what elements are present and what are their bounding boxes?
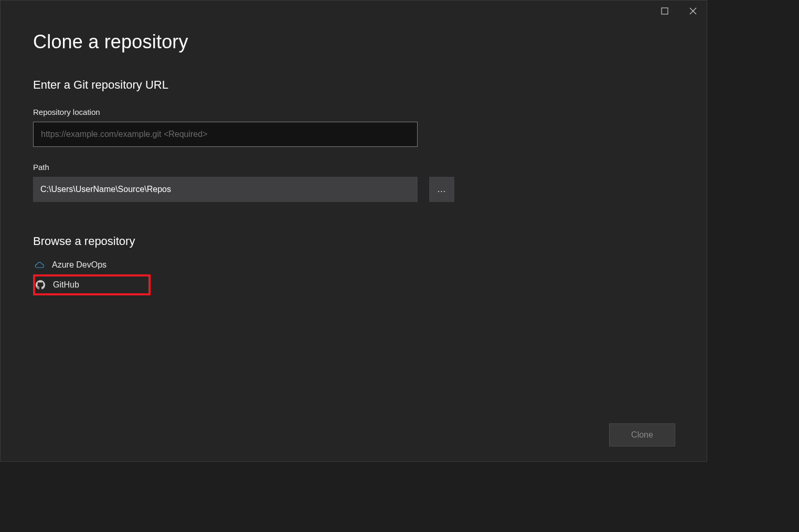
- browse-section-title: Browse a repository: [33, 235, 675, 248]
- cloud-icon: [34, 260, 45, 270]
- github-icon: [35, 280, 46, 290]
- browse-item-azure-devops[interactable]: Azure DevOps: [33, 256, 151, 274]
- browse-item-label: GitHub: [53, 280, 79, 290]
- maximize-button[interactable]: [660, 7, 669, 15]
- path-input[interactable]: [33, 177, 418, 202]
- title-bar: [1, 1, 707, 22]
- close-button[interactable]: [689, 7, 697, 15]
- repo-location-input[interactable]: [33, 122, 418, 147]
- browse-item-label: Azure DevOps: [52, 260, 106, 270]
- browse-path-button[interactable]: ...: [429, 177, 454, 202]
- svg-rect-0: [662, 8, 668, 14]
- dialog-window: Clone a repository Enter a Git repositor…: [0, 0, 707, 462]
- path-label: Path: [33, 163, 675, 172]
- browse-item-github[interactable]: GitHub: [33, 274, 151, 295]
- clone-button[interactable]: Clone: [609, 423, 675, 446]
- page-title: Clone a repository: [33, 31, 675, 53]
- browse-list: Azure DevOps GitHub: [33, 256, 675, 295]
- repo-location-label: Repository location: [33, 108, 675, 116]
- section-subtitle: Enter a Git repository URL: [33, 78, 675, 92]
- close-icon: [689, 7, 697, 15]
- maximize-icon: [661, 7, 668, 15]
